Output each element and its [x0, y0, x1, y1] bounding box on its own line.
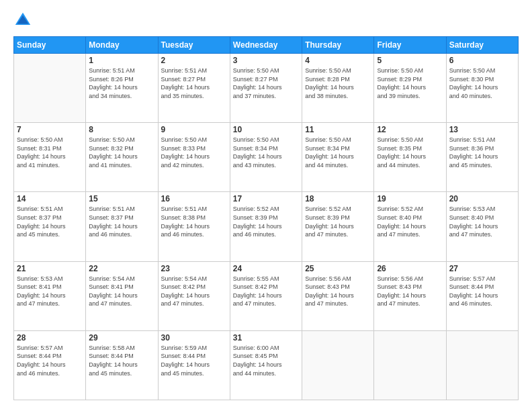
day-cell: 24Sunrise: 5:55 AMSunset: 8:42 PMDayligh… [230, 261, 302, 330]
weekday-header-tuesday: Tuesday [158, 37, 230, 54]
day-cell: 20Sunrise: 5:53 AMSunset: 8:40 PMDayligh… [446, 192, 518, 261]
day-number: 15 [89, 194, 154, 203]
day-cell: 28Sunrise: 5:57 AMSunset: 8:44 PMDayligh… [14, 330, 86, 400]
day-cell: 7Sunrise: 5:50 AMSunset: 8:31 PMDaylight… [14, 123, 86, 192]
day-cell: 22Sunrise: 5:54 AMSunset: 8:41 PMDayligh… [86, 261, 158, 330]
day-number: 14 [17, 194, 83, 203]
day-number: 3 [233, 56, 299, 65]
day-info: Sunrise: 5:52 AMSunset: 8:39 PMDaylight:… [305, 205, 371, 238]
day-cell: 17Sunrise: 5:52 AMSunset: 8:39 PMDayligh… [230, 192, 302, 261]
day-info: Sunrise: 5:58 AMSunset: 8:44 PMDaylight:… [89, 344, 154, 377]
day-info: Sunrise: 6:00 AMSunset: 8:45 PMDaylight:… [233, 344, 299, 377]
day-number: 2 [161, 56, 227, 65]
day-info: Sunrise: 5:50 AMSunset: 8:32 PMDaylight:… [89, 136, 154, 169]
day-number: 18 [305, 194, 371, 203]
day-info: Sunrise: 5:51 AMSunset: 8:27 PMDaylight:… [161, 66, 227, 100]
day-number: 25 [305, 264, 371, 273]
day-cell [446, 330, 518, 400]
day-number: 10 [233, 125, 299, 134]
day-info: Sunrise: 5:51 AMSunset: 8:26 PMDaylight:… [89, 66, 154, 100]
day-number: 4 [305, 56, 371, 65]
day-cell: 6Sunrise: 5:50 AMSunset: 8:30 PMDaylight… [446, 54, 518, 123]
day-cell: 18Sunrise: 5:52 AMSunset: 8:39 PMDayligh… [302, 192, 374, 261]
day-info: Sunrise: 5:51 AMSunset: 8:37 PMDaylight:… [89, 205, 154, 238]
weekday-header-wednesday: Wednesday [230, 37, 302, 54]
day-cell: 9Sunrise: 5:50 AMSunset: 8:33 PMDaylight… [158, 123, 230, 192]
day-number: 28 [17, 333, 83, 342]
day-info: Sunrise: 5:50 AMSunset: 8:34 PMDaylight:… [305, 136, 371, 169]
day-cell: 1Sunrise: 5:51 AMSunset: 8:26 PMDaylight… [86, 54, 158, 123]
day-cell [374, 330, 446, 400]
day-number: 1 [89, 56, 154, 65]
weekday-header-saturday: Saturday [446, 37, 518, 54]
week-row-0: 1Sunrise: 5:51 AMSunset: 8:26 PMDaylight… [14, 54, 519, 123]
page: SundayMondayTuesdayWednesdayThursdayFrid… [0, 0, 532, 411]
day-number: 13 [449, 125, 515, 134]
day-info: Sunrise: 5:51 AMSunset: 8:37 PMDaylight:… [17, 205, 83, 238]
day-cell: 26Sunrise: 5:56 AMSunset: 8:43 PMDayligh… [374, 261, 446, 330]
day-info: Sunrise: 5:52 AMSunset: 8:39 PMDaylight:… [233, 205, 299, 238]
day-info: Sunrise: 5:50 AMSunset: 8:34 PMDaylight:… [233, 136, 299, 169]
day-number: 23 [161, 264, 227, 273]
day-info: Sunrise: 5:55 AMSunset: 8:42 PMDaylight:… [233, 275, 299, 308]
week-row-1: 7Sunrise: 5:50 AMSunset: 8:31 PMDaylight… [14, 123, 519, 192]
day-cell: 4Sunrise: 5:50 AMSunset: 8:28 PMDaylight… [302, 54, 374, 123]
day-number: 6 [449, 56, 515, 65]
day-cell: 15Sunrise: 5:51 AMSunset: 8:37 PMDayligh… [86, 192, 158, 261]
weekday-header-row: SundayMondayTuesdayWednesdayThursdayFrid… [14, 37, 519, 54]
day-number: 9 [161, 125, 227, 134]
day-number: 8 [89, 125, 154, 134]
day-number: 29 [89, 333, 154, 342]
day-info: Sunrise: 5:59 AMSunset: 8:44 PMDaylight:… [161, 344, 227, 377]
day-cell: 8Sunrise: 5:50 AMSunset: 8:32 PMDaylight… [86, 123, 158, 192]
day-number: 5 [377, 56, 443, 65]
day-info: Sunrise: 5:53 AMSunset: 8:41 PMDaylight:… [17, 275, 83, 308]
day-info: Sunrise: 5:57 AMSunset: 8:44 PMDaylight:… [17, 344, 83, 377]
day-info: Sunrise: 5:57 AMSunset: 8:44 PMDaylight:… [449, 275, 515, 308]
logo-icon [13, 11, 32, 30]
week-row-2: 14Sunrise: 5:51 AMSunset: 8:37 PMDayligh… [14, 192, 519, 261]
day-info: Sunrise: 5:53 AMSunset: 8:40 PMDaylight:… [449, 205, 515, 238]
weekday-header-sunday: Sunday [14, 37, 86, 54]
day-number: 19 [377, 194, 443, 203]
logo [13, 11, 35, 30]
day-info: Sunrise: 5:54 AMSunset: 8:41 PMDaylight:… [89, 275, 154, 308]
day-number: 26 [377, 264, 443, 273]
day-cell: 27Sunrise: 5:57 AMSunset: 8:44 PMDayligh… [446, 261, 518, 330]
week-row-3: 21Sunrise: 5:53 AMSunset: 8:41 PMDayligh… [14, 261, 519, 330]
day-cell: 29Sunrise: 5:58 AMSunset: 8:44 PMDayligh… [86, 330, 158, 400]
day-cell: 11Sunrise: 5:50 AMSunset: 8:34 PMDayligh… [302, 123, 374, 192]
day-info: Sunrise: 5:52 AMSunset: 8:40 PMDaylight:… [377, 205, 443, 238]
day-info: Sunrise: 5:50 AMSunset: 8:27 PMDaylight:… [233, 66, 299, 100]
day-cell: 16Sunrise: 5:51 AMSunset: 8:38 PMDayligh… [158, 192, 230, 261]
day-info: Sunrise: 5:50 AMSunset: 8:28 PMDaylight:… [305, 66, 371, 100]
day-cell: 23Sunrise: 5:54 AMSunset: 8:42 PMDayligh… [158, 261, 230, 330]
day-cell: 30Sunrise: 5:59 AMSunset: 8:44 PMDayligh… [158, 330, 230, 400]
day-info: Sunrise: 5:51 AMSunset: 8:36 PMDaylight:… [449, 136, 515, 169]
day-number: 21 [17, 264, 83, 273]
day-cell: 25Sunrise: 5:56 AMSunset: 8:43 PMDayligh… [302, 261, 374, 330]
day-number: 11 [305, 125, 371, 134]
day-cell: 3Sunrise: 5:50 AMSunset: 8:27 PMDaylight… [230, 54, 302, 123]
day-cell: 19Sunrise: 5:52 AMSunset: 8:40 PMDayligh… [374, 192, 446, 261]
day-info: Sunrise: 5:56 AMSunset: 8:43 PMDaylight:… [305, 275, 371, 308]
day-info: Sunrise: 5:54 AMSunset: 8:42 PMDaylight:… [161, 275, 227, 308]
day-cell: 21Sunrise: 5:53 AMSunset: 8:41 PMDayligh… [14, 261, 86, 330]
day-info: Sunrise: 5:56 AMSunset: 8:43 PMDaylight:… [377, 275, 443, 308]
day-cell [14, 54, 86, 123]
day-cell: 5Sunrise: 5:50 AMSunset: 8:29 PMDaylight… [374, 54, 446, 123]
day-info: Sunrise: 5:50 AMSunset: 8:29 PMDaylight:… [377, 66, 443, 100]
day-number: 27 [449, 264, 515, 273]
day-info: Sunrise: 5:50 AMSunset: 8:35 PMDaylight:… [377, 136, 443, 169]
day-number: 24 [233, 264, 299, 273]
day-number: 20 [449, 194, 515, 203]
weekday-header-thursday: Thursday [302, 37, 374, 54]
day-number: 22 [89, 264, 154, 273]
day-cell [302, 330, 374, 400]
day-info: Sunrise: 5:50 AMSunset: 8:30 PMDaylight:… [449, 66, 515, 100]
day-cell: 14Sunrise: 5:51 AMSunset: 8:37 PMDayligh… [14, 192, 86, 261]
weekday-header-friday: Friday [374, 37, 446, 54]
day-info: Sunrise: 5:50 AMSunset: 8:31 PMDaylight:… [17, 136, 83, 169]
day-number: 7 [17, 125, 83, 134]
weekday-header-monday: Monday [86, 37, 158, 54]
